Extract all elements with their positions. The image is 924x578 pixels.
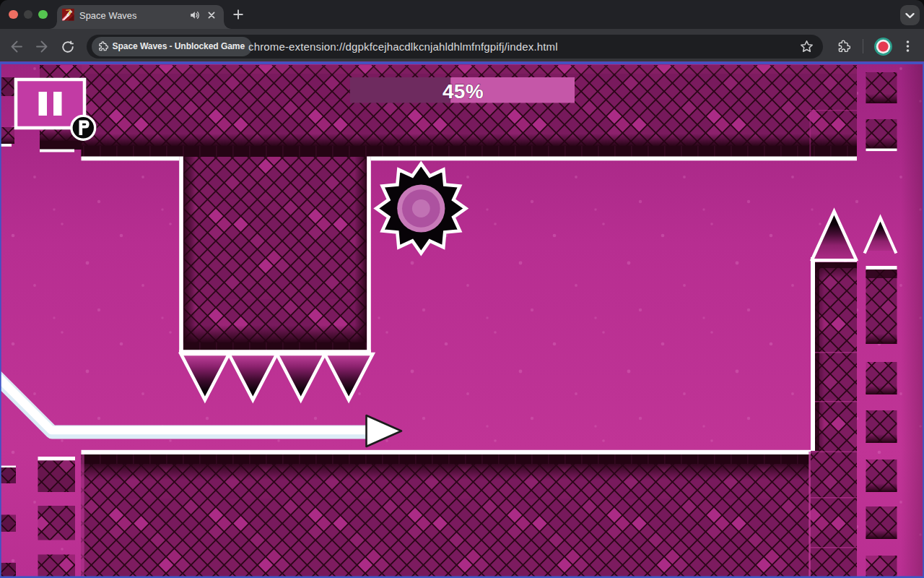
svg-text:45%: 45% [443, 80, 484, 103]
